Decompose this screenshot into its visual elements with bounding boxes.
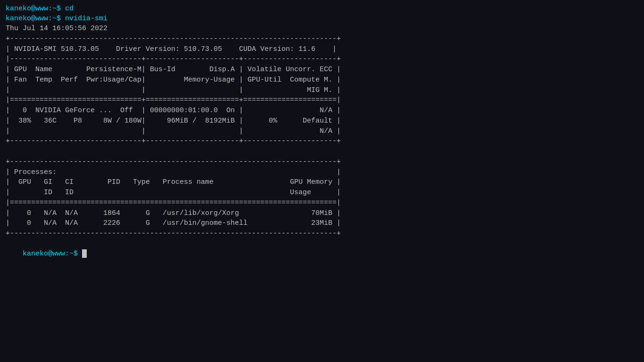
prompt-cd-line: kaneko@www:~$ cd	[6, 4, 638, 14]
datetime-line: Thu Jul 14 16:05:56 2022	[6, 24, 638, 34]
prompt-nvidia-line: kaneko@www:~$ nvidia-smi	[6, 14, 638, 24]
cursor-block	[82, 249, 87, 258]
prompt-user-text: kaneko@www:~$	[23, 250, 82, 258]
nvidia-smi-output: +---------------------------------------…	[6, 34, 638, 239]
terminal-window: kaneko@www:~$ cd kaneko@www:~$ nvidia-sm…	[6, 4, 638, 269]
final-prompt-line[interactable]: kaneko@www:~$	[6, 239, 638, 269]
